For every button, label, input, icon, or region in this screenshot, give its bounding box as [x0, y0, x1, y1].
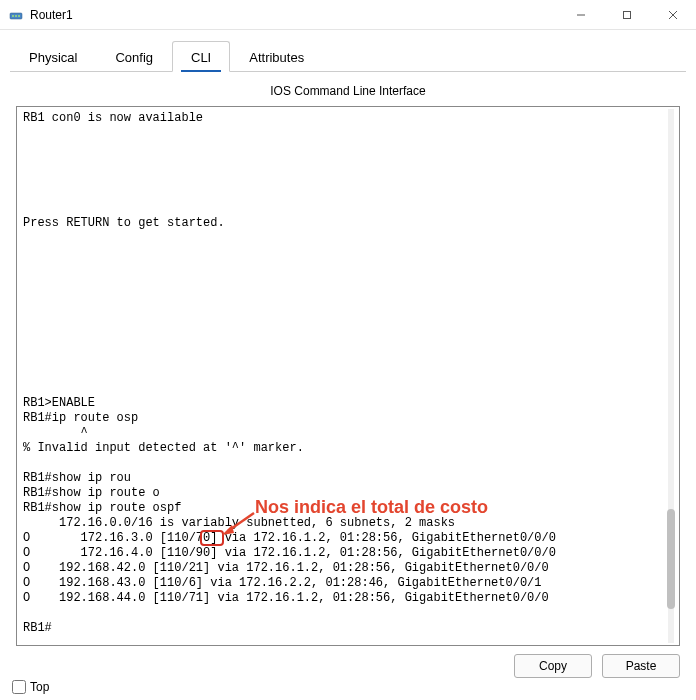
scrollbar-thumb[interactable]	[667, 509, 675, 609]
top-checkbox[interactable]	[12, 680, 26, 694]
maximize-button[interactable]	[604, 0, 650, 30]
tab-physical[interactable]: Physical	[10, 41, 96, 72]
paste-button[interactable]: Paste	[602, 654, 680, 678]
svg-point-2	[15, 15, 17, 17]
tab-config[interactable]: Config	[96, 41, 172, 72]
terminal-output: RB1 con0 is now available Press RETURN t…	[17, 107, 679, 640]
minimize-button[interactable]	[558, 0, 604, 30]
window-controls	[558, 0, 696, 30]
close-button[interactable]	[650, 0, 696, 30]
page-subtitle: IOS Command Line Interface	[10, 72, 686, 106]
action-buttons: Copy Paste	[10, 646, 686, 678]
tab-attributes[interactable]: Attributes	[230, 41, 323, 72]
terminal-scrollbar[interactable]	[665, 109, 677, 643]
tab-bar: Physical Config CLI Attributes	[10, 40, 686, 72]
svg-point-3	[18, 15, 20, 17]
top-label: Top	[30, 680, 49, 694]
svg-rect-5	[624, 12, 631, 19]
svg-point-1	[12, 15, 14, 17]
footer: Top	[12, 680, 49, 694]
terminal[interactable]: RB1 con0 is now available Press RETURN t…	[16, 106, 680, 646]
tab-cli[interactable]: CLI	[172, 41, 230, 72]
app-icon	[8, 7, 24, 23]
copy-button[interactable]: Copy	[514, 654, 592, 678]
